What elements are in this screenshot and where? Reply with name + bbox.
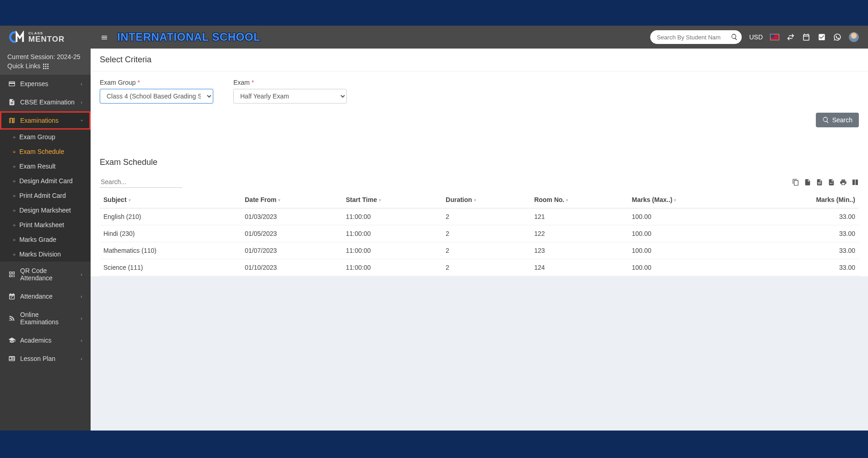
sidebar-sub-label: Exam Schedule — [19, 148, 64, 155]
sidebar-sub-print-admit-card[interactable]: » Print Admit Card — [0, 188, 91, 203]
quick-links-grid-icon[interactable] — [42, 62, 49, 70]
menu-toggle-icon[interactable] — [99, 31, 110, 44]
current-session-label: Current Session: 2024-25 — [7, 53, 83, 60]
credit-card-icon — [8, 80, 16, 87]
global-search-button[interactable] — [731, 33, 738, 41]
double-chevron-icon: » — [13, 149, 16, 154]
excel-icon[interactable] — [804, 178, 811, 186]
user-avatar[interactable] — [849, 32, 859, 42]
schedule-table: Subject Date From Start Time Duration Ro… — [100, 191, 859, 276]
logo[interactable]: CLASS MENTOR — [9, 31, 92, 44]
cell-marks-max: 100.00 — [628, 259, 750, 276]
exam-group-label: Exam Group * — [100, 79, 213, 86]
sidebar-sub-label: Print Marksheet — [19, 221, 64, 229]
chevron-left-icon: ‹ — [81, 338, 82, 343]
header-marks-min[interactable]: Marks (Min..) — [750, 191, 859, 208]
double-chevron-icon: » — [13, 193, 16, 198]
sidebar-sub-design-marksheet[interactable]: » Design Marksheet — [0, 203, 91, 218]
chevron-left-icon: ‹ — [81, 81, 82, 87]
sidebar-sub-exam-schedule[interactable]: » Exam Schedule — [0, 144, 91, 159]
qrcode-icon — [8, 271, 16, 278]
header-marks-max[interactable]: Marks (Max..) — [628, 191, 750, 208]
cell-room-no: 124 — [530, 259, 628, 276]
document-icon — [8, 98, 16, 106]
cell-marks-min: 33.00 — [750, 259, 859, 276]
sidebar-item-label: Academics — [20, 337, 51, 344]
cell-date-from: 01/10/2023 — [241, 259, 342, 276]
cell-start-time: 11:00:00 — [342, 225, 442, 242]
double-chevron-icon: » — [13, 251, 16, 257]
cell-room-no: 121 — [530, 208, 628, 225]
sidebar-item-label: CBSE Examination — [20, 98, 75, 106]
double-chevron-icon: » — [13, 222, 16, 228]
chevron-left-icon: ‹ — [81, 99, 82, 105]
calendar-icon[interactable] — [802, 33, 810, 41]
cell-room-no: 123 — [530, 242, 628, 259]
exam-group-select[interactable]: Class 4 (School Based Grading System) — [100, 89, 213, 104]
sidebar-sub-print-marksheet[interactable]: » Print Marksheet — [0, 218, 91, 232]
currency-selector[interactable]: USD — [749, 33, 763, 41]
sidebar-sub-design-admit-card[interactable]: » Design Admit Card — [0, 174, 91, 188]
sidebar-sub-label: Print Admit Card — [19, 192, 66, 199]
sidebar-item-label: Examinations — [20, 117, 59, 124]
cell-start-time: 11:00:00 — [342, 242, 442, 259]
sidebar-item-label: Expenses — [20, 80, 48, 87]
sidebar-item-qr-attendance[interactable]: QR Code Attendance ‹ — [0, 262, 91, 287]
sidebar-sub-exam-result[interactable]: » Exam Result — [0, 159, 91, 174]
csv-icon[interactable] — [816, 178, 823, 186]
tasks-check-icon[interactable] — [818, 33, 826, 41]
table-tool-icons — [792, 178, 859, 186]
exam-select[interactable]: Half Yearly Exam — [233, 89, 347, 104]
copy-icon[interactable] — [792, 178, 799, 186]
double-chevron-icon: » — [13, 164, 16, 169]
main-content: Select Criteria Exam Group * Class 4 (Sc… — [91, 49, 868, 431]
table-row: Science (111)01/10/202311:00:002124100.0… — [100, 259, 859, 276]
rss-icon — [8, 315, 16, 322]
columns-icon[interactable] — [852, 178, 859, 186]
language-flag-icon[interactable] — [770, 34, 779, 40]
search-button[interactable]: Search — [816, 113, 859, 127]
sidebar-sub-marks-grade[interactable]: » Marks Grade — [0, 232, 91, 247]
sidebar-sub-label: Design Marksheet — [19, 207, 71, 214]
double-chevron-icon: » — [13, 207, 16, 213]
calendar-check-icon — [8, 293, 16, 300]
cell-start-time: 11:00:00 — [342, 208, 442, 225]
sidebar-sub-marks-division[interactable]: » Marks Division — [0, 247, 91, 262]
double-chevron-icon: » — [13, 134, 16, 140]
criteria-title: Select Criteria — [91, 49, 868, 71]
exam-label: Exam * — [233, 79, 347, 86]
header-start-time[interactable]: Start Time — [342, 191, 442, 208]
search-icon — [731, 33, 738, 41]
header-subject[interactable]: Subject — [100, 191, 241, 208]
whatsapp-icon[interactable] — [833, 33, 841, 41]
quick-links-label[interactable]: Quick Links — [7, 62, 40, 70]
sidebar-sub-label: Exam Result — [19, 163, 55, 170]
global-search-input[interactable] — [650, 30, 742, 44]
sidebar-item-lesson-plan[interactable]: Lesson Plan ‹ — [0, 349, 91, 368]
sidebar-item-expenses[interactable]: Expenses ‹ — [0, 75, 91, 93]
sidebar-item-label: QR Code Attendance — [20, 267, 76, 282]
map-icon — [8, 117, 16, 124]
header-room-no[interactable]: Room No. — [530, 191, 628, 208]
sidebar-sub-label: Marks Grade — [19, 236, 56, 243]
header-duration[interactable]: Duration — [442, 191, 530, 208]
logo-text-mentor: MENTOR — [28, 35, 65, 43]
cell-date-from: 01/05/2023 — [241, 225, 342, 242]
sidebar-item-academics[interactable]: Academics ‹ — [0, 331, 91, 349]
sidebar-item-attendance[interactable]: Attendance ‹ — [0, 287, 91, 305]
header-date-from[interactable]: Date From — [241, 191, 342, 208]
sidebar-item-online-examinations[interactable]: Online Examinations ‹ — [0, 305, 91, 331]
double-chevron-icon: » — [13, 237, 16, 242]
table-search-input[interactable] — [100, 176, 182, 188]
print-icon[interactable] — [840, 178, 847, 186]
table-row: Mathematics (110)01/07/202311:00:0021231… — [100, 242, 859, 259]
sidebar-item-cbse-examination[interactable]: CBSE Examination ‹ — [0, 93, 91, 111]
pdf-icon[interactable] — [828, 178, 835, 186]
cell-duration: 2 — [442, 225, 530, 242]
transfer-icon[interactable] — [787, 33, 795, 41]
cell-marks-min: 33.00 — [750, 208, 859, 225]
sidebar-sub-exam-group[interactable]: » Exam Group — [0, 130, 91, 144]
cell-subject: Hindi (230) — [100, 225, 241, 242]
cell-room-no: 122 — [530, 225, 628, 242]
sidebar-item-examinations[interactable]: Examinations ‹ — [0, 111, 91, 130]
